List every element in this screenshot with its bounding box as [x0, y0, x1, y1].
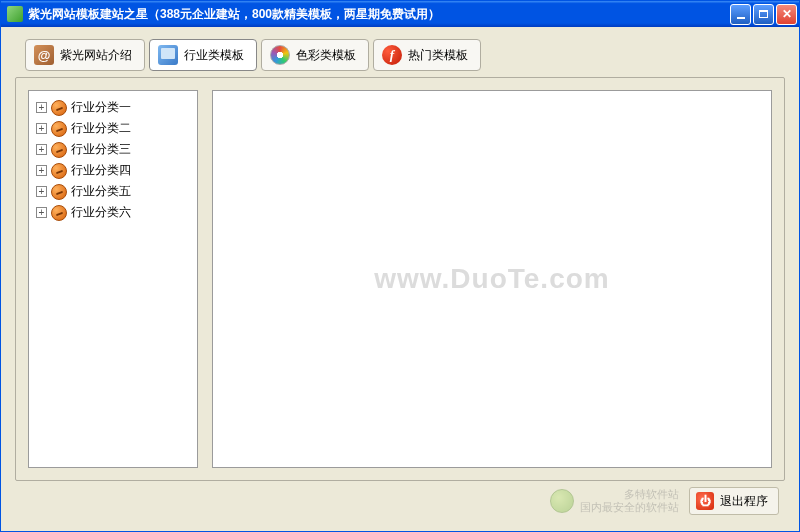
- close-button[interactable]: ✕: [776, 4, 797, 25]
- site-name: 多特软件站: [580, 488, 679, 501]
- main-panel: + 行业分类一 + 行业分类二 + 行业分类三 + 行业分类四: [15, 77, 785, 481]
- tab-label: 色彩类模板: [296, 47, 356, 64]
- tab-label: 行业类模板: [184, 47, 244, 64]
- tree-item-label: 行业分类五: [71, 183, 131, 200]
- folder-icon: [51, 184, 67, 200]
- tab-label: 紫光网站介绍: [60, 47, 132, 64]
- site-watermark: 多特软件站 国内最安全的软件站: [550, 488, 679, 514]
- tree-item-label: 行业分类一: [71, 99, 131, 116]
- at-icon: @: [34, 45, 54, 65]
- maximize-button[interactable]: [753, 4, 774, 25]
- tree-item[interactable]: + 行业分类五: [33, 181, 193, 202]
- folder-icon: [51, 163, 67, 179]
- palette-icon: [270, 45, 290, 65]
- app-icon: [7, 6, 23, 22]
- exit-label: 退出程序: [720, 493, 768, 510]
- tree-item[interactable]: + 行业分类三: [33, 139, 193, 160]
- site-tag: 国内最安全的软件站: [580, 501, 679, 514]
- expand-icon[interactable]: +: [36, 102, 47, 113]
- titlebar: 紫光网站模板建站之星（388元企业建站，800款精美模板，两星期免费试用） ✕: [1, 1, 799, 27]
- tab-popular[interactable]: f 热门类模板: [373, 39, 481, 71]
- site-logo-icon: [550, 489, 574, 513]
- expand-icon[interactable]: +: [36, 123, 47, 134]
- preview-panel: www.DuoTe.com: [212, 90, 772, 468]
- tab-color[interactable]: 色彩类模板: [261, 39, 369, 71]
- power-icon: ⏻: [696, 492, 714, 510]
- folder-icon: [51, 100, 67, 116]
- app-window: 紫光网站模板建站之星（388元企业建站，800款精美模板，两星期免费试用） ✕ …: [0, 0, 800, 532]
- tree-item-label: 行业分类二: [71, 120, 131, 137]
- monitor-icon: [158, 45, 178, 65]
- tab-label: 热门类模板: [408, 47, 468, 64]
- expand-icon[interactable]: +: [36, 165, 47, 176]
- client-area: @ 紫光网站介绍 行业类模板 色彩类模板 f 热门类模板 + 行业分: [1, 27, 799, 531]
- tab-intro[interactable]: @ 紫光网站介绍: [25, 39, 145, 71]
- window-controls: ✕: [730, 4, 797, 25]
- expand-icon[interactable]: +: [36, 144, 47, 155]
- tree-item-label: 行业分类四: [71, 162, 131, 179]
- footer: 多特软件站 国内最安全的软件站 ⏻ 退出程序: [15, 481, 785, 521]
- folder-icon: [51, 205, 67, 221]
- tab-industry[interactable]: 行业类模板: [149, 39, 257, 71]
- tree-item[interactable]: + 行业分类四: [33, 160, 193, 181]
- expand-icon[interactable]: +: [36, 186, 47, 197]
- window-title: 紫光网站模板建站之星（388元企业建站，800款精美模板，两星期免费试用）: [28, 6, 730, 23]
- minimize-button[interactable]: [730, 4, 751, 25]
- tree-item-label: 行业分类三: [71, 141, 131, 158]
- watermark-text: www.DuoTe.com: [374, 263, 609, 295]
- exit-button[interactable]: ⏻ 退出程序: [689, 487, 779, 515]
- expand-icon[interactable]: +: [36, 207, 47, 218]
- flash-icon: f: [382, 45, 402, 65]
- category-tree[interactable]: + 行业分类一 + 行业分类二 + 行业分类三 + 行业分类四: [28, 90, 198, 468]
- tab-bar: @ 紫光网站介绍 行业类模板 色彩类模板 f 热门类模板: [25, 39, 785, 71]
- tree-item[interactable]: + 行业分类一: [33, 97, 193, 118]
- tree-item[interactable]: + 行业分类二: [33, 118, 193, 139]
- tree-item-label: 行业分类六: [71, 204, 131, 221]
- tree-item[interactable]: + 行业分类六: [33, 202, 193, 223]
- folder-icon: [51, 121, 67, 137]
- folder-icon: [51, 142, 67, 158]
